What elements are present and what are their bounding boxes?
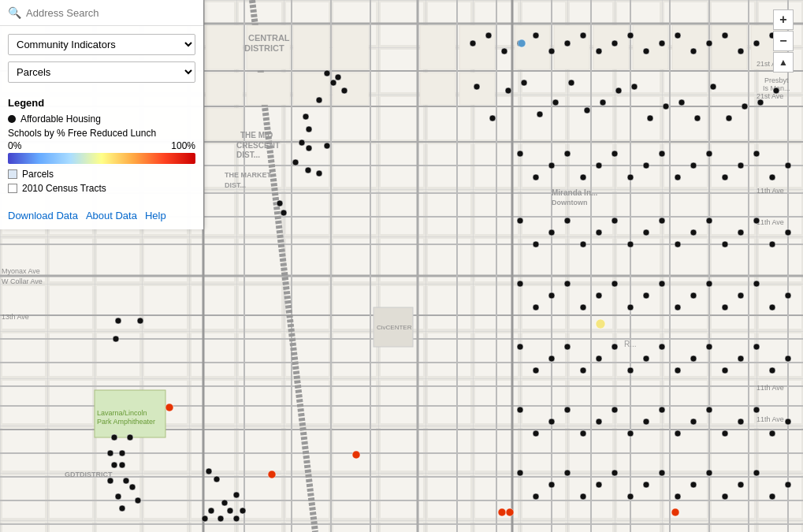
svg-text:Is Man...: Is Man...: [763, 84, 790, 92]
gradient-max-label: 100%: [171, 140, 195, 151]
layer2-dropdown[interactable]: Parcels Census Tracts Neighborhoods Coun…: [8, 61, 195, 83]
svg-text:11th Ave: 11th Ave: [757, 187, 784, 195]
svg-rect-56: [593, 25, 629, 69]
parcels-color-box: [8, 169, 17, 179]
layer1-dropdown[interactable]: Community Indicators Demographics Econom…: [8, 34, 195, 55]
layer1-dropdown-wrap: Community Indicators Demographics Econom…: [8, 34, 195, 55]
svg-rect-55: [554, 25, 589, 69]
north-button[interactable]: ▲: [773, 52, 794, 73]
svg-text:Downtown: Downtown: [552, 199, 588, 206]
census-label: 2010 Census Tracts: [22, 183, 106, 194]
footer-links: Download Data About Data Help: [0, 205, 203, 229]
legend-title: Legend: [8, 97, 195, 109]
svg-text:GDTDISTRICT: GDTDISTRICT: [65, 471, 113, 478]
svg-rect-41: [206, 25, 243, 69]
zoom-out-button[interactable]: −: [773, 31, 794, 51]
parcels-check-item: Parcels: [8, 169, 195, 180]
legend-section: Legend Affordable Housing Schools by % F…: [0, 97, 203, 205]
parcels-label: Parcels: [22, 169, 54, 180]
gradient-bar: [8, 153, 195, 164]
svg-rect-42: [206, 73, 243, 105]
svg-rect-43: [206, 108, 243, 140]
svg-text:CENTRAL: CENTRAL: [248, 33, 290, 43]
search-icon: 🔍: [8, 6, 21, 19]
svg-rect-59: [712, 25, 747, 69]
gradient-percent-row: 0% 100%: [8, 140, 195, 151]
svg-text:Park Amphitheater: Park Amphitheater: [97, 418, 155, 426]
svg-rect-49: [333, 73, 369, 105]
svg-text:THE MID: THE MID: [240, 131, 273, 140]
svg-rect-45: [247, 73, 290, 105]
svg-rect-52: [459, 25, 495, 69]
svg-text:THE MARKET: THE MARKET: [225, 171, 271, 179]
svg-rect-51: [420, 73, 455, 105]
svg-text:R...: R...: [624, 340, 637, 348]
download-data-link[interactable]: Download Data: [8, 210, 78, 221]
svg-text:Lavarna/Lincoln: Lavarna/Lincoln: [97, 409, 147, 417]
gradient-section: Schools by % Free Reduced Lunch 0% 100%: [8, 128, 195, 164]
svg-rect-58: [672, 25, 708, 69]
about-data-link[interactable]: About Data: [86, 210, 137, 221]
svg-rect-46: [293, 25, 329, 69]
affordable-housing-label: Affordable Housing: [20, 113, 101, 125]
svg-text:11th Ave: 11th Ave: [757, 415, 784, 423]
svg-text:Presbyt: Presbyt: [764, 76, 789, 84]
svg-text:11th Ave: 11th Ave: [757, 384, 784, 392]
gradient-label-row: Schools by % Free Reduced Lunch: [8, 128, 195, 139]
svg-rect-53: [459, 73, 495, 105]
affordable-housing-legend-item: Affordable Housing: [8, 113, 195, 125]
svg-text:CRESCENT: CRESCENT: [236, 141, 280, 150]
svg-text:Miranda In...: Miranda In...: [552, 188, 598, 197]
svg-rect-48: [333, 25, 369, 69]
layer2-dropdown-wrap: Parcels Census Tracts Neighborhoods Coun…: [8, 61, 195, 83]
search-input[interactable]: [26, 7, 195, 19]
gradient-min-label: 0%: [8, 140, 21, 151]
svg-text:DIST...: DIST...: [225, 181, 246, 189]
gradient-title: Schools by % Free Reduced Lunch: [8, 128, 156, 139]
svg-text:W Collar Ave: W Collar Ave: [2, 277, 43, 285]
map-controls: + − ▲: [773, 9, 794, 73]
sidebar: 🔍 Community Indicators Demographics Econ…: [0, 0, 203, 229]
affordable-housing-dot: [8, 115, 16, 123]
census-color-box: [8, 184, 17, 193]
svg-text:Myonax Ave: Myonax Ave: [2, 267, 40, 275]
svg-text:DIST...: DIST...: [236, 151, 260, 159]
controls-section: Community Indicators Demographics Econom…: [0, 26, 203, 97]
svg-text:11th Ave: 11th Ave: [757, 218, 784, 226]
zoom-in-button[interactable]: +: [773, 9, 794, 30]
census-check-item: 2010 Census Tracts: [8, 183, 195, 194]
svg-rect-47: [293, 73, 329, 105]
svg-text:21st Ave: 21st Ave: [757, 92, 783, 100]
svg-rect-57: [633, 25, 668, 69]
help-link[interactable]: Help: [145, 210, 166, 221]
svg-rect-54: [515, 25, 550, 69]
svg-text:13th Ave: 13th Ave: [2, 313, 29, 321]
svg-text:CivCENTER: CivCENTER: [377, 324, 412, 331]
svg-rect-50: [420, 25, 455, 69]
svg-text:DISTRICT: DISTRICT: [244, 43, 284, 53]
search-bar[interactable]: 🔍: [0, 0, 203, 26]
